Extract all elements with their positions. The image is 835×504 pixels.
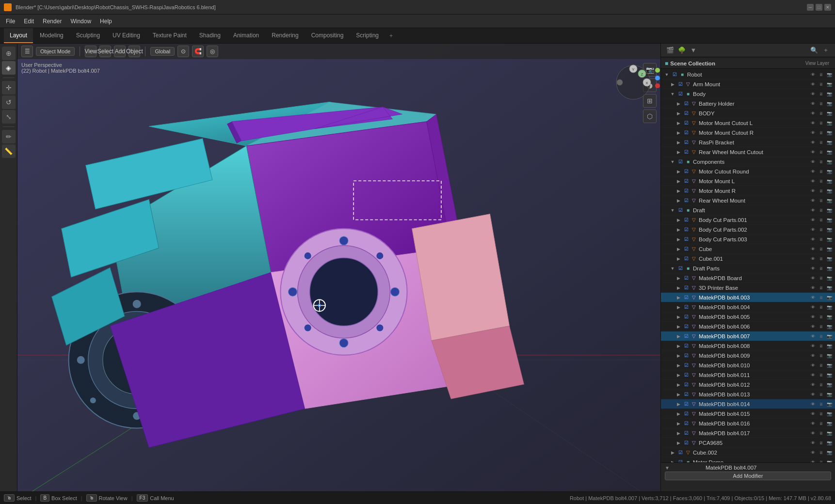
- viewport-icon[interactable]: 🖥: [817, 197, 825, 205]
- visibility-check[interactable]: ☑: [682, 255, 690, 263]
- viewport-icon[interactable]: 🖥: [817, 332, 825, 340]
- viewport-icon[interactable]: 🖥: [817, 274, 825, 282]
- outliner-item-robot[interactable]: ▼ ☑ ■ Robot 👁 🖥 📷: [661, 70, 835, 79]
- outliner-item-matek-012[interactable]: ▶ ☑ ▽ MatekPDB bolt4.012 👁 🖥 📷: [661, 380, 835, 390]
- eye-icon[interactable]: 👁: [809, 284, 817, 292]
- outliner-item-pca9685[interactable]: ▶ ☑ ▽ PCA9685 👁 🖥 📷: [661, 438, 835, 448]
- expand-icon[interactable]: ▶: [674, 236, 682, 243]
- outliner-item-rear-wheel-mount[interactable]: ▶ ☑ ▽ Rear Wheel Mount 👁 🖥 📷: [661, 196, 835, 205]
- expand-icon[interactable]: ▼: [669, 90, 676, 98]
- visibility-check[interactable]: ☑: [682, 187, 690, 195]
- scene-icon[interactable]: 🎬: [665, 45, 675, 56]
- eye-icon[interactable]: 👁: [809, 129, 817, 137]
- visibility-check[interactable]: ☑: [682, 371, 690, 379]
- visibility-check[interactable]: ☑: [676, 90, 684, 98]
- expand-icon[interactable]: ▶: [669, 80, 676, 88]
- outliner-item-matek-016[interactable]: ▶ ☑ ▽ MatekPDB bolt4.016 👁 🖥 📷: [661, 419, 835, 428]
- outliner-item-draft-parts[interactable]: ▼ ☑ ■ Draft Parts 👁 🖥 📷: [661, 264, 835, 273]
- render-icon[interactable]: 📷: [825, 90, 833, 98]
- eye-icon[interactable]: 👁: [809, 226, 817, 234]
- render-icon[interactable]: 📷: [825, 313, 833, 321]
- render-icon[interactable]: 📷: [825, 274, 833, 282]
- eye-icon[interactable]: 👁: [809, 110, 817, 117]
- visibility-check[interactable]: ☑: [676, 158, 684, 166]
- orientation-btn[interactable]: Global: [150, 47, 175, 56]
- add-modifier-button[interactable]: Add Modifier: [665, 472, 831, 480]
- render-icon[interactable]: 📷: [825, 303, 833, 311]
- eye-icon[interactable]: 👁: [809, 391, 817, 398]
- outliner-item-components[interactable]: ▼ ☑ ■ Components 👁 🖥 📷: [661, 157, 835, 167]
- tab-animation[interactable]: Animation: [227, 28, 265, 43]
- expand-icon[interactable]: ▶: [674, 274, 682, 282]
- visibility-check[interactable]: ☑: [682, 420, 690, 427]
- visibility-check[interactable]: ☑: [682, 313, 690, 321]
- eye-icon[interactable]: 👁: [809, 313, 817, 321]
- expand-icon[interactable]: ▶: [669, 458, 676, 463]
- eye-icon[interactable]: 👁: [809, 323, 817, 331]
- xray-btn[interactable]: ⬡: [643, 110, 657, 123]
- viewport-icon[interactable]: 🖥: [817, 303, 825, 311]
- render-icon[interactable]: 📷: [825, 245, 833, 253]
- viewport-icon[interactable]: 🖥: [817, 110, 825, 117]
- render-icon[interactable]: 📷: [825, 80, 833, 88]
- visibility-check[interactable]: ☑: [682, 216, 690, 224]
- expand-icon[interactable]: ▶: [674, 119, 682, 127]
- eye-icon[interactable]: 👁: [809, 177, 817, 185]
- menu-file[interactable]: File: [2, 17, 19, 26]
- visibility-check[interactable]: ☑: [682, 100, 690, 108]
- menu-help[interactable]: Help: [96, 17, 116, 26]
- eye-icon[interactable]: 👁: [809, 458, 817, 463]
- visibility-check[interactable]: ☑: [682, 400, 690, 408]
- render-icon[interactable]: 📷: [825, 265, 833, 272]
- eye-icon[interactable]: 👁: [809, 410, 817, 418]
- visibility-check[interactable]: ☑: [682, 110, 690, 117]
- render-icon[interactable]: 📷: [825, 458, 833, 463]
- minimize-button[interactable]: ─: [807, 4, 814, 11]
- render-icon[interactable]: 📷: [825, 391, 833, 398]
- eye-icon[interactable]: 👁: [809, 71, 817, 79]
- viewport-icon[interactable]: 🖥: [817, 139, 825, 146]
- render-icon[interactable]: 📷: [825, 342, 833, 350]
- outliner-item-3d-printer-base[interactable]: ▶ ☑ ▽ 3D Printer Base 👁 🖥 📷: [661, 283, 835, 293]
- select-tool[interactable]: ◈: [2, 61, 16, 75]
- eye-icon[interactable]: 👁: [809, 371, 817, 379]
- outliner-item-matek-009[interactable]: ▶ ☑ ▽ MatekPDB bolt4.009 👁 🖥 📷: [661, 351, 835, 361]
- move-tool[interactable]: ✛: [2, 81, 16, 94]
- eye-icon[interactable]: 👁: [809, 362, 817, 369]
- expand-icon[interactable]: ▶: [674, 313, 682, 321]
- tab-uv-editing[interactable]: UV Editing: [107, 28, 146, 43]
- outliner-item-matek-011[interactable]: ▶ ☑ ▽ MatekPDB bolt4.011 👁 🖥 📷: [661, 370, 835, 380]
- visibility-check[interactable]: ☑: [682, 391, 690, 398]
- scale-tool[interactable]: ⤡: [2, 110, 16, 124]
- eye-icon[interactable]: 👁: [809, 381, 817, 389]
- outliner-item-motor-cutout-round[interactable]: ▶ ☑ ▽ Motor Cutout Round 👁 🖥 📷: [661, 167, 835, 176]
- viewport-icon[interactable]: 🖥: [817, 342, 825, 350]
- eye-icon[interactable]: 👁: [809, 80, 817, 88]
- visibility-check[interactable]: ☑: [682, 352, 690, 360]
- expand-icon[interactable]: ▶: [674, 139, 682, 146]
- eye-icon[interactable]: 👁: [809, 400, 817, 408]
- eye-icon[interactable]: 👁: [809, 119, 817, 127]
- visibility-check[interactable]: ☑: [682, 332, 690, 340]
- render-icon[interactable]: 📷: [825, 294, 833, 301]
- expand-icon[interactable]: ▶: [674, 148, 682, 156]
- expand-icon[interactable]: ▶: [674, 410, 682, 418]
- visibility-check[interactable]: ☑: [682, 168, 690, 175]
- expand-icon[interactable]: ▶: [674, 100, 682, 108]
- tab-scripting[interactable]: Scripting: [350, 28, 385, 43]
- visibility-check[interactable]: ☑: [676, 206, 684, 214]
- render-icon[interactable]: 📷: [825, 352, 833, 360]
- outliner-item-matek-006[interactable]: ▶ ☑ ▽ MatekPDB bolt4.006 👁 🖥 📷: [661, 322, 835, 331]
- expand-icon[interactable]: ▶: [674, 168, 682, 175]
- expand-icon[interactable]: ▶: [674, 255, 682, 263]
- viewport-icon[interactable]: 🖥: [817, 206, 825, 214]
- expand-icon[interactable]: ▶: [674, 284, 682, 292]
- viewport-icon[interactable]: 🖥: [817, 391, 825, 398]
- render-icon[interactable]: 📷: [825, 148, 833, 156]
- eye-icon[interactable]: 👁: [809, 303, 817, 311]
- viewport-icon[interactable]: 🖥: [817, 410, 825, 418]
- viewport-icon[interactable]: 🖥: [817, 449, 825, 457]
- viewport-icon[interactable]: 🖥: [817, 381, 825, 389]
- viewport-icon[interactable]: 🖥: [817, 90, 825, 98]
- add-collection-icon[interactable]: +: [820, 45, 831, 56]
